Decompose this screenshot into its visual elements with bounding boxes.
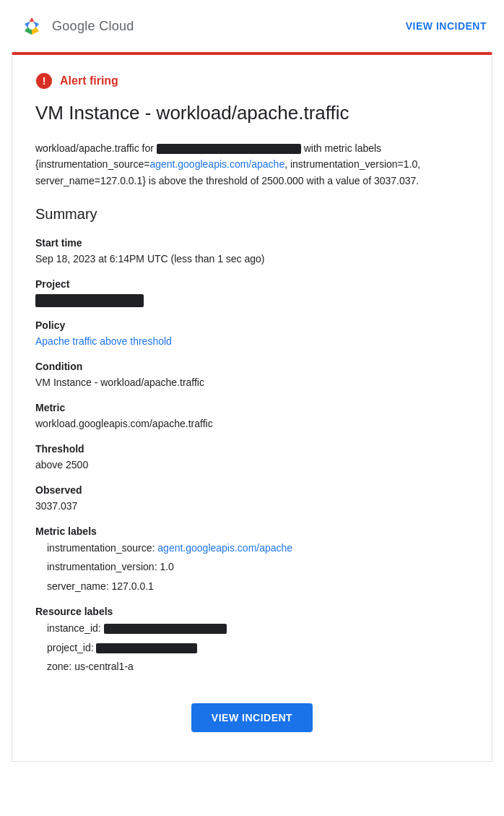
alert-title: VM Instance - workload/apache.traffic bbox=[35, 101, 469, 126]
view-incident-button[interactable]: VIEW INCIDENT bbox=[191, 703, 313, 732]
bottom-btn-area: VIEW INCIDENT bbox=[35, 703, 469, 732]
zone-value: us-central1-a bbox=[74, 661, 134, 672]
start-time-section: Start time Sep 18, 2023 at 6:14PM UTC (l… bbox=[35, 237, 469, 267]
alert-card: ! Alert firing VM Instance - workload/ap… bbox=[12, 52, 492, 762]
threshold-label: Threshold bbox=[35, 443, 469, 455]
redacted-project-value bbox=[35, 294, 144, 307]
alert-firing-text: Alert firing bbox=[60, 74, 118, 87]
project-value bbox=[35, 293, 469, 308]
start-time-label: Start time bbox=[35, 237, 469, 249]
condition-label: Condition bbox=[35, 361, 469, 372]
instrumentation-version-value: 1.0 bbox=[160, 561, 173, 572]
alert-icon: ! bbox=[35, 72, 53, 90]
alert-description: workload/apache.traffic for with metric … bbox=[35, 140, 469, 189]
resource-labels-label: Resource labels bbox=[35, 606, 469, 617]
alert-firing-row: ! Alert firing bbox=[35, 72, 469, 90]
threshold-value: above 2500 bbox=[35, 458, 469, 473]
redacted-instance-id bbox=[104, 624, 227, 634]
observed-value: 3037.037 bbox=[35, 499, 469, 514]
policy-section: Policy Apache traffic above threshold bbox=[35, 319, 469, 349]
resource-label-project-id: project_id: bbox=[47, 640, 469, 656]
project-section: Project bbox=[35, 278, 469, 308]
resource-label-instance-id: instance_id: bbox=[47, 620, 469, 636]
condition-value: VM Instance - workload/apache.traffic bbox=[35, 375, 469, 390]
agent-link-description[interactable]: agent.googleapis.com/apache bbox=[149, 158, 284, 170]
metric-value: workload.googleapis.com/apache.traffic bbox=[35, 416, 469, 431]
logo-text: Google Cloud bbox=[52, 19, 134, 34]
metric-section: Metric workload.googleapis.com/apache.tr… bbox=[35, 402, 469, 431]
svg-text:!: ! bbox=[43, 75, 46, 87]
project-label: Project bbox=[35, 278, 469, 290]
observed-label: Observed bbox=[35, 484, 469, 496]
policy-value: Apache traffic above threshold bbox=[35, 334, 469, 349]
metric-label: Metric bbox=[35, 402, 469, 413]
header: Google Cloud VIEW INCIDENT bbox=[0, 0, 504, 52]
view-incident-link-top[interactable]: VIEW INCIDENT bbox=[406, 20, 487, 32]
policy-link[interactable]: Apache traffic above threshold bbox=[35, 335, 172, 347]
instrumentation-source-link[interactable]: agent.googleapis.com/apache bbox=[157, 542, 292, 554]
redacted-resource bbox=[157, 144, 301, 154]
metric-label-instrumentation-source: instrumentation_source: agent.googleapis… bbox=[47, 540, 469, 556]
server-name-label: server_name: bbox=[47, 580, 109, 592]
condition-section: Condition VM Instance - workload/apache.… bbox=[35, 361, 469, 390]
redacted-project-id bbox=[96, 643, 197, 653]
instance-id-label: instance_id: bbox=[47, 622, 101, 634]
project-id-label: project_id: bbox=[47, 642, 94, 653]
resource-label-zone: zone: us-central1-a bbox=[47, 658, 469, 674]
metric-labels-label: Metric labels bbox=[35, 525, 469, 537]
threshold-section: Threshold above 2500 bbox=[35, 443, 469, 473]
metric-label-server-name: server_name: 127.0.0.1 bbox=[47, 578, 469, 594]
logo: Google Cloud bbox=[17, 12, 134, 40]
metric-labels-section: Metric labels instrumentation_source: ag… bbox=[35, 525, 469, 594]
summary-heading: Summary bbox=[35, 206, 469, 223]
resource-labels-section: Resource labels instance_id: project_id:… bbox=[35, 606, 469, 674]
observed-section: Observed 3037.037 bbox=[35, 484, 469, 514]
instrumentation-source-label: instrumentation_source: bbox=[47, 542, 155, 554]
server-name-value: 127.0.0.1 bbox=[111, 580, 153, 592]
metric-label-instrumentation-version: instrumentation_version: 1.0 bbox=[47, 559, 469, 575]
svg-point-1 bbox=[28, 22, 35, 30]
instrumentation-version-label: instrumentation_version: bbox=[47, 561, 157, 572]
policy-label: Policy bbox=[35, 319, 469, 331]
start-time-value: Sep 18, 2023 at 6:14PM UTC (less than 1 … bbox=[35, 252, 469, 267]
zone-label: zone: bbox=[47, 661, 71, 672]
google-cloud-icon bbox=[17, 12, 46, 40]
description-prefix: workload/apache.traffic for bbox=[35, 142, 154, 154]
